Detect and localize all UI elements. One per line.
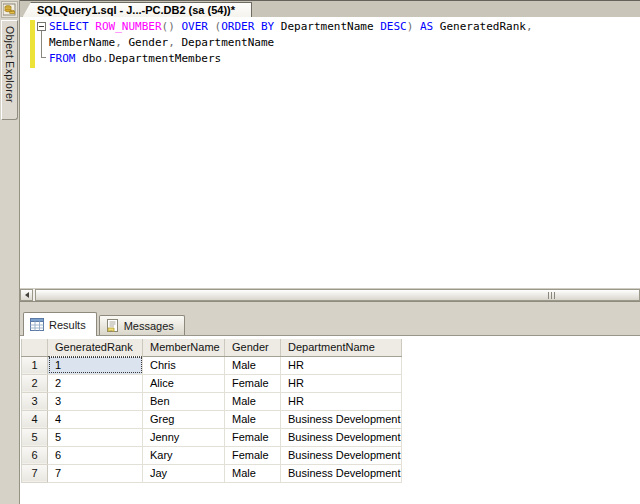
grid-cell[interactable]: Ben	[143, 392, 225, 410]
row-header[interactable]: 2	[22, 374, 48, 392]
grid-cell[interactable]: HR	[281, 356, 402, 374]
tab-results[interactable]: Results	[23, 312, 97, 336]
editor-results-splitter[interactable]	[20, 302, 640, 311]
column-header-generatedrank[interactable]: GeneratedRank	[48, 339, 143, 356]
grid-cell[interactable]: 5	[48, 428, 143, 446]
object-explorer-icon[interactable]	[1, 1, 18, 18]
row-header[interactable]: 5	[22, 428, 48, 446]
object-explorer-strip: Object Explorer	[0, 0, 20, 504]
grid-cell[interactable]: HR	[281, 392, 402, 410]
code-token: )	[407, 20, 420, 33]
table-row: 33BenMaleHR	[22, 392, 402, 410]
code-token: .	[102, 52, 109, 65]
grid-corner-cell[interactable]	[22, 339, 48, 356]
column-header-gender[interactable]: Gender	[225, 339, 281, 356]
code-token: DepartmentName	[281, 20, 380, 33]
row-header[interactable]: 4	[22, 410, 48, 428]
grid-cell[interactable]: HR	[281, 374, 402, 392]
column-header-membername[interactable]: MemberName	[143, 339, 225, 356]
code-token: ORDER BY	[221, 20, 281, 33]
code-token: AS	[420, 20, 440, 33]
left-arrow-icon	[25, 292, 29, 298]
results-grid-icon	[30, 318, 44, 331]
grid-cell[interactable]: 2	[48, 374, 143, 392]
row-header[interactable]: 6	[22, 446, 48, 464]
grid-cell[interactable]: Business Development	[281, 446, 402, 464]
grid-cell[interactable]: Male	[225, 356, 281, 374]
collapse-minus-icon[interactable]	[37, 22, 46, 31]
results-panel: Results Messages GeneratedRankMemberName…	[20, 311, 640, 504]
code-line: MemberName, Gender, DepartmentName	[49, 35, 533, 51]
code-text[interactable]: SELECT ROW_NUMBER() OVER (ORDER BY Depar…	[49, 19, 533, 67]
ssms-window: Object Explorer SQLQuery1.sql - J...-PC.…	[0, 0, 640, 504]
tab-results-label: Results	[49, 319, 86, 331]
code-token: DepartmentMembers	[109, 52, 222, 65]
grid-cell[interactable]: Female	[225, 374, 281, 392]
row-header[interactable]: 3	[22, 392, 48, 410]
scroll-left-button[interactable]	[20, 289, 33, 301]
outline-guide-tick	[41, 57, 46, 58]
messages-icon	[106, 319, 119, 333]
code-token: ,	[115, 36, 128, 49]
grid-cell[interactable]: Jenny	[143, 428, 225, 446]
grid-cell[interactable]: 6	[48, 446, 143, 464]
sql-editor[interactable]: SELECT ROW_NUMBER() OVER (ORDER BY Depar…	[20, 17, 640, 302]
change-tracking-bar	[30, 20, 35, 68]
code-token: ()	[162, 20, 182, 33]
object-explorer-icon	[3, 3, 16, 16]
grid-cell[interactable]: Business Development	[281, 428, 402, 446]
row-header[interactable]: 1	[22, 356, 48, 374]
column-header-departmentname[interactable]: DepartmentName	[281, 339, 402, 356]
grid-cell[interactable]: 4	[48, 410, 143, 428]
document-tab-title: SQLQuery1.sql - J...-PC.DB2 (sa (54))*	[37, 4, 235, 16]
grid-header-row: GeneratedRankMemberNameGenderDepartmentN…	[22, 339, 402, 356]
code-token: ROW_NUMBER	[95, 20, 161, 33]
table-row: 22AliceFemaleHR	[22, 374, 402, 392]
code-token: FROM	[49, 52, 82, 65]
grid-cell[interactable]: Male	[225, 464, 281, 482]
code-token: dbo	[82, 52, 102, 65]
table-row: 66KaryFemaleBusiness Development	[22, 446, 402, 464]
code-token: OVER	[181, 20, 214, 33]
table-row: 55JennyFemaleBusiness Development	[22, 428, 402, 446]
results-tab-strip: Results Messages	[20, 311, 640, 336]
tab-messages-label: Messages	[124, 320, 174, 332]
code-token: GeneratedRank	[440, 20, 526, 33]
grid-cell[interactable]: Business Development	[281, 464, 402, 482]
grid-cell[interactable]: 7	[48, 464, 143, 482]
code-token: DESC	[380, 20, 407, 33]
results-grid-area: GeneratedRankMemberNameGenderDepartmentN…	[20, 335, 640, 504]
grid-cell[interactable]: Greg	[143, 410, 225, 428]
code-line: SELECT ROW_NUMBER() OVER (ORDER BY Depar…	[49, 19, 533, 35]
code-token: DepartmentName	[181, 36, 274, 49]
object-explorer-label: Object Explorer	[4, 26, 16, 103]
grid-cell[interactable]: Female	[225, 428, 281, 446]
editor-horizontal-scrollbar[interactable]	[20, 288, 640, 301]
code-token: ,	[526, 20, 533, 33]
code-token: ,	[168, 36, 181, 49]
table-row: 77JayMaleBusiness Development	[22, 464, 402, 482]
document-area: SQLQuery1.sql - J...-PC.DB2 (sa (54))* S…	[20, 0, 640, 504]
scrollbar-grip-icon	[548, 292, 557, 299]
object-explorer-collapsed-tab[interactable]: Object Explorer	[1, 20, 18, 120]
row-header[interactable]: 7	[22, 464, 48, 482]
table-row: 44GregMaleBusiness Development	[22, 410, 402, 428]
grid-cell[interactable]: 1	[48, 356, 143, 374]
grid-cell[interactable]: Business Development	[281, 410, 402, 428]
grid-cell[interactable]: 3	[48, 392, 143, 410]
outline-guide-line	[41, 31, 42, 57]
code-line: FROM dbo.DepartmentMembers	[49, 51, 533, 67]
scrollbar-thumb[interactable]	[35, 289, 640, 301]
document-tab-bar: SQLQuery1.sql - J...-PC.DB2 (sa (54))*	[20, 0, 640, 17]
results-grid: GeneratedRankMemberNameGenderDepartmentN…	[21, 339, 402, 483]
document-tab[interactable]: SQLQuery1.sql - J...-PC.DB2 (sa (54))*	[22, 2, 252, 18]
grid-cell[interactable]: Male	[225, 410, 281, 428]
grid-cell[interactable]: Kary	[143, 446, 225, 464]
grid-cell[interactable]: Alice	[143, 374, 225, 392]
grid-cell[interactable]: Jay	[143, 464, 225, 482]
grid-cell[interactable]: Female	[225, 446, 281, 464]
code-token: SELECT	[49, 20, 95, 33]
grid-cell[interactable]: Chris	[143, 356, 225, 374]
grid-cell[interactable]: Male	[225, 392, 281, 410]
tab-messages[interactable]: Messages	[99, 315, 185, 336]
